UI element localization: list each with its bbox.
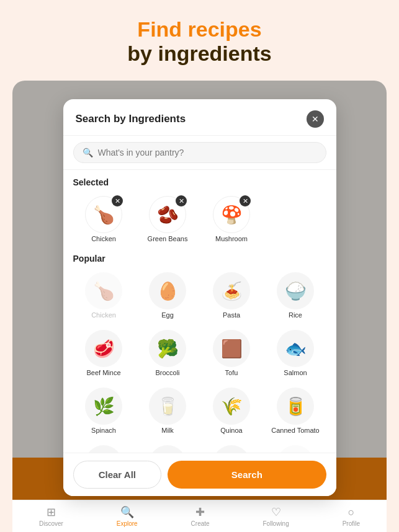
ingredient-circle: 🌿 [85,388,122,425]
search-input-wrap: 🔍 [73,142,326,163]
popular-ingredient-item[interactable]: 🥦 Broccoli [137,326,199,380]
search-section: 🔍 [63,136,336,170]
ingredient-circle: 🥩 [85,330,122,367]
explore-icon: 🔍 [120,505,134,519]
popular-ingredient-item[interactable]: 🍝 Pasta [201,268,262,322]
ingredient-name: Mushroom [215,235,248,242]
ingredient-name: Broccoli [155,369,179,376]
nav-explore[interactable]: 🔍 Explore [117,505,138,527]
ingredient-circle: 🍄 ✕ [213,196,250,233]
ingredient-name: Rice [289,311,302,319]
selected-ingredient-item[interactable]: 🫘 ✕ Green Beans [137,192,199,246]
popular-ingredient-item[interactable]: 🍗 Chicken [73,268,135,322]
modal-title: Search by Ingredients [76,113,186,125]
search-modal: Search by Ingredients ✕ 🔍 Selected 🍗 ✕ C… [63,99,336,496]
popular-ingredient-item[interactable]: 🟫 Tofu [201,326,262,380]
popular-ingredient-item[interactable]: 🥛 Milk [137,384,199,438]
ingredient-name: Green Beans [148,235,188,242]
ingredient-name: Spinach [91,427,116,434]
ingredient-circle: 🐟 [277,330,314,367]
selected-label: Selected [73,177,326,187]
ingredient-circle: 🥦 [149,330,186,367]
modal-header: Search by Ingredients ✕ [63,99,336,136]
popular-ingredient-item[interactable]: 🥩 Beef Mince [73,326,135,380]
selected-grid: 🍗 ✕ Chicken 🫘 ✕ Green Beans 🍄 ✕ Mushroom [73,192,326,246]
page-header: Find recipes by ingredients [0,0,399,76]
nav-following[interactable]: ♡ Following [263,505,289,527]
header-line1: Find recipes [12,17,387,42]
nav-discover-label: Discover [39,520,63,527]
close-button[interactable]: ✕ [307,110,324,128]
modal-footer: Clear All Search [63,453,336,496]
popular-ingredient-item[interactable]: 🥫 Canned Tomato [265,384,326,438]
selected-ingredient-item[interactable]: 🍗 ✕ Chicken [73,192,135,246]
modal-body: Selected 🍗 ✕ Chicken 🫘 ✕ Green Beans 🍄 ✕… [63,170,336,453]
popular-ingredient-item[interactable]: 🥩 Pork [73,441,135,453]
ingredient-name: Chicken [91,235,116,242]
popular-ingredient-item[interactable]: 🍄 Mushroom [265,441,326,453]
ingredient-circle: 🍚 [277,272,314,309]
popular-ingredient-item[interactable]: 🌿 Spinach [73,384,135,438]
nav-discover[interactable]: ⊞ Discover [39,505,63,527]
nav-following-label: Following [263,520,289,527]
ingredient-name: Milk [161,427,174,434]
ingredient-circle: 🍝 [213,272,250,309]
remove-badge[interactable]: ✕ [176,195,187,206]
header-line2: by ingredients [12,42,387,66]
ingredient-circle: 🍖 [213,445,250,453]
bottom-nav: ⊞ Discover 🔍 Explore ✚ Create ♡ Followin… [12,500,387,532]
search-button[interactable]: Search [168,461,326,489]
profile-icon: ○ [347,506,354,519]
selected-ingredient-item[interactable]: 🍄 ✕ Mushroom [201,192,262,246]
ingredient-circle: 🥚 [149,272,186,309]
ingredient-circle: 🥩 [85,445,122,453]
remove-badge[interactable]: ✕ [112,195,123,206]
ingredient-name: Canned Tomato [271,427,319,434]
modal-overlay: Search by Ingredients ✕ 🔍 Selected 🍗 ✕ C… [12,81,387,500]
ingredient-circle: 🟫 [213,330,250,367]
popular-ingredient-item[interactable]: 🐟 Salmon [265,326,326,380]
ingredient-circle: 🥛 [149,388,186,425]
nav-explore-label: Explore [117,520,138,527]
create-icon: ✚ [195,505,205,519]
ingredient-circle: 🍗 [85,272,122,309]
popular-ingredient-item[interactable]: 🍚 Rice [265,268,326,322]
following-icon: ♡ [271,505,281,519]
ingredient-name: Pasta [223,311,240,319]
search-icon: 🔍 [83,148,93,157]
ingredient-name: Tofu [225,369,238,376]
ingredient-name: Chicken [91,311,116,319]
nav-create-label: Create [191,520,210,527]
ingredient-name: Quinoa [220,427,242,434]
ingredient-name: Egg [161,311,174,319]
popular-grid: 🍗 Chicken 🥚 Egg 🍝 Pasta 🍚 Rice 🥩 Beef Mi… [73,268,326,453]
popular-ingredient-item[interactable]: 🥩 Beef [137,441,199,453]
search-input[interactable] [98,148,317,157]
nav-profile-label: Profile [343,520,360,527]
ingredient-circle: 🌾 [213,388,250,425]
ingredient-name: Salmon [284,369,307,376]
nav-profile[interactable]: ○ Profile [343,506,360,527]
ingredient-circle: 🍄 [277,445,314,453]
popular-ingredient-item[interactable]: 🍖 Lamb [201,441,262,453]
clear-all-button[interactable]: Clear All [73,461,162,489]
ingredient-name: Beef Mince [86,369,120,376]
ingredient-circle: 🍗 ✕ [85,196,122,233]
ingredient-circle: 🫘 ✕ [149,196,186,233]
popular-label: Popular [73,254,326,264]
popular-ingredient-item[interactable]: 🌾 Quinoa [201,384,262,438]
ingredient-circle: 🥫 [277,388,314,425]
ingredient-circle: 🥩 [149,445,186,453]
nav-create[interactable]: ✚ Create [191,505,210,527]
discover-icon: ⊞ [47,505,56,519]
remove-badge[interactable]: ✕ [240,195,251,206]
popular-ingredient-item[interactable]: 🥚 Egg [137,268,199,322]
